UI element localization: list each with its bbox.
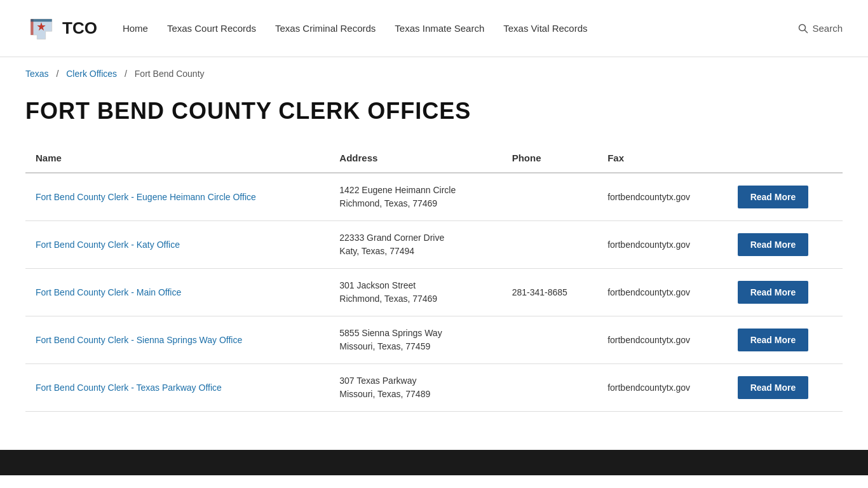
records-table: Name Address Phone Fax Fort Bend County … [25,144,843,412]
table-header-row: Name Address Phone Fax [25,144,843,173]
col-action [728,144,843,173]
table-row: Fort Bend County Clerk - Texas Parkway O… [25,364,843,412]
record-name-link[interactable]: Fort Bend County Clerk - Eugene Heimann … [36,192,256,202]
svg-rect-3 [31,19,51,22]
main-content: Fort Bend County Clerk Offices Name Addr… [0,85,868,450]
record-name-link[interactable]: Fort Bend County Clerk - Main Office [36,287,181,297]
table-row: Fort Bend County Clerk - Main Office301 … [25,269,843,316]
cell-action: Read More [728,173,843,221]
site-header: TCO Home Texas Court Records Texas Crimi… [0,0,868,57]
cell-fax: fortbendcountytx.gov [597,221,728,269]
record-name-link[interactable]: Fort Bend County Clerk - Katy Office [36,240,180,250]
cell-fax: fortbendcountytx.gov [597,364,728,412]
read-more-button[interactable]: Read More [738,329,809,351]
table-row: Fort Bend County Clerk - Katy Office2233… [25,221,843,269]
nav-home[interactable]: Home [123,22,148,35]
logo-icon [25,13,57,44]
nav-vital-records[interactable]: Texas Vital Records [503,22,587,35]
cell-address: 307 Texas ParkwayMissouri, Texas, 77489 [329,364,501,412]
cell-address: 5855 Sienna Springs WayMissouri, Texas, … [329,316,501,364]
cell-name: Fort Bend County Clerk - Katy Office [25,221,329,269]
col-name: Name [25,144,329,173]
cell-name: Fort Bend County Clerk - Texas Parkway O… [25,364,329,412]
cell-name: Fort Bend County Clerk - Sienna Springs … [25,316,329,364]
col-address: Address [329,144,501,173]
nav-inmate-search[interactable]: Texas Inmate Search [395,22,484,35]
search-label: Search [812,23,843,34]
cell-action: Read More [728,221,843,269]
breadcrumb-current: Fort Bend County [135,69,205,79]
cell-name: Fort Bend County Clerk - Main Office [25,269,329,316]
cell-fax: fortbendcountytx.gov [597,316,728,364]
col-phone: Phone [502,144,598,173]
cell-action: Read More [728,316,843,364]
breadcrumb-sep-2: / [125,69,127,79]
cell-phone [502,221,598,269]
col-fax: Fax [597,144,728,173]
main-nav: Home Texas Court Records Texas Criminal … [123,22,799,35]
site-footer [0,450,868,475]
cell-phone [502,173,598,221]
breadcrumb-sep-1: / [56,69,58,79]
nav-court-records[interactable]: Texas Court Records [167,22,256,35]
read-more-button[interactable]: Read More [738,186,809,208]
cell-phone: 281-341-8685 [502,269,598,316]
read-more-button[interactable]: Read More [738,281,809,304]
cell-address: 1422 Eugene Heimann CircleRichmond, Texa… [329,173,501,221]
cell-action: Read More [728,364,843,412]
record-name-link[interactable]: Fort Bend County Clerk - Texas Parkway O… [36,383,222,393]
table-head: Name Address Phone Fax [25,144,843,173]
cell-fax: fortbendcountytx.gov [597,269,728,316]
read-more-button[interactable]: Read More [738,376,809,399]
cell-name: Fort Bend County Clerk - Eugene Heimann … [25,173,329,221]
cell-fax: fortbendcountytx.gov [597,173,728,221]
cell-address: 22333 Grand Corner DriveKaty, Texas, 774… [329,221,501,269]
read-more-button[interactable]: Read More [738,233,809,256]
cell-address: 301 Jackson StreetRichmond, Texas, 77469 [329,269,501,316]
nav-criminal-records[interactable]: Texas Criminal Records [275,22,376,35]
table-row: Fort Bend County Clerk - Sienna Springs … [25,316,843,364]
breadcrumb: Texas / Clerk Offices / Fort Bend County [0,57,868,85]
logo-link[interactable]: TCO [25,13,97,44]
breadcrumb-texas[interactable]: Texas [25,69,49,79]
svg-marker-0 [31,19,51,39]
table-body: Fort Bend County Clerk - Eugene Heimann … [25,173,843,412]
search-icon [798,24,808,34]
cell-action: Read More [728,269,843,316]
search-area[interactable]: Search [798,23,843,34]
table-row: Fort Bend County Clerk - Eugene Heimann … [25,173,843,221]
cell-phone [502,316,598,364]
record-name-link[interactable]: Fort Bend County Clerk - Sienna Springs … [36,335,242,345]
svg-line-5 [805,30,808,32]
breadcrumb-clerk-offices[interactable]: Clerk Offices [66,69,117,79]
logo-text: TCO [62,18,97,38]
page-title: Fort Bend County Clerk Offices [25,98,843,125]
cell-phone [502,364,598,412]
